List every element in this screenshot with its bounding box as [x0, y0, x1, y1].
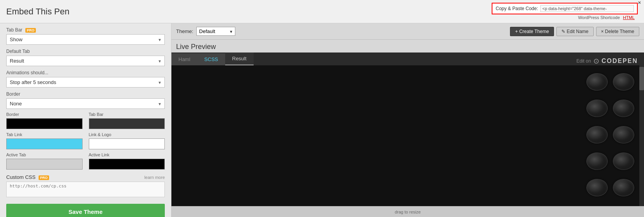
custom-css-input[interactable]	[6, 182, 165, 197]
orb-7	[586, 152, 608, 170]
tabbar-color-swatch[interactable]	[89, 118, 165, 129]
tabbar-color-label: Tab Bar	[89, 112, 165, 117]
orb-6	[613, 126, 634, 144]
copy-paste-input[interactable]	[540, 5, 634, 12]
tab-bar-select[interactable]: Show Hide	[6, 34, 165, 45]
border-label: Border	[6, 91, 165, 97]
orb-10	[613, 179, 634, 196]
preview-orbs	[579, 65, 644, 206]
theme-bar: Theme: Default ▼ + Create Theme ✎ Edit N…	[171, 23, 644, 40]
theme-select-group: Theme: Default ▼	[176, 27, 235, 36]
main-layout: Tab Bar PRO Show Hide ▼ Default Tab Resu…	[0, 23, 644, 217]
close-icon[interactable]: ×	[638, 0, 641, 5]
codepen-label: CODEPEN	[602, 58, 638, 65]
default-tab-select[interactable]: Result Haml SCSS	[6, 56, 165, 66]
edit-name-button[interactable]: ✎ Edit Name	[556, 27, 593, 36]
shortcode-links: WordPress Shortcode HTML	[575, 14, 638, 21]
theme-buttons: + Create Theme ✎ Edit Name × Delete Them…	[510, 27, 639, 36]
default-tab-label: Default Tab	[6, 49, 165, 54]
linklogo-color-label: Link & Logo	[89, 132, 165, 137]
copy-paste-container: Copy & Paste Code: × WordPress Shortcode…	[492, 3, 638, 21]
tab-haml[interactable]: Haml	[171, 53, 197, 65]
live-preview-label: Live Preview	[171, 40, 644, 52]
activelink-color-swatch[interactable]	[89, 159, 165, 170]
animations-select-wrapper: Stop after 5 seconds Never stop Stop aft…	[6, 77, 165, 88]
orb-1	[586, 73, 608, 91]
orb-9	[586, 179, 608, 196]
preview-scrollbar-thumb	[639, 67, 644, 90]
orb-2	[613, 73, 634, 91]
linklogo-color-swatch[interactable]	[89, 138, 165, 149]
delete-theme-button[interactable]: × Delete Theme	[596, 27, 640, 36]
orb-5	[586, 126, 608, 144]
create-theme-button[interactable]: + Create Theme	[510, 27, 554, 36]
custom-css-pro-badge: PRO	[39, 175, 49, 180]
border-color-swatch[interactable]	[6, 118, 83, 129]
tab-bar-select-wrapper: Show Hide ▼	[6, 34, 165, 45]
animations-select[interactable]: Stop after 5 seconds Never stop Stop aft…	[6, 77, 165, 88]
animations-label: Animations should...	[6, 70, 165, 75]
tab-scss[interactable]: SCSS	[197, 53, 225, 65]
copy-paste-box: Copy & Paste Code: ×	[492, 3, 638, 14]
border-select-wrapper: None Thin Thick ▼	[6, 98, 165, 109]
html-link[interactable]: HTML	[623, 15, 635, 20]
tab-result[interactable]: Result	[225, 52, 254, 65]
save-theme-button[interactable]: Save Theme	[6, 204, 165, 217]
copy-paste-label: Copy & Paste Code:	[496, 6, 538, 11]
default-tab-select-wrapper: Result Haml SCSS ▼	[6, 56, 165, 66]
activetab-color-swatch[interactable]	[6, 159, 83, 170]
tablink-color-col: Tab Link	[6, 132, 83, 149]
activelink-color-col: Active Link	[89, 152, 165, 170]
activetab-color-label: Active Tab	[6, 152, 83, 157]
drag-resize-bar[interactable]: drag to resize	[171, 206, 644, 217]
tabbar-color-col: Tab Bar	[89, 112, 165, 129]
border-color-label: Border	[6, 112, 83, 117]
learn-more-link[interactable]: learn more	[144, 175, 165, 180]
linklogo-color-col: Link & Logo	[89, 132, 165, 149]
orb-8	[613, 152, 634, 170]
tab-bar-pro-badge: PRO	[25, 28, 36, 33]
orb-3	[586, 100, 608, 117]
color-row-2: Tab Link Link & Logo	[6, 132, 165, 149]
theme-select[interactable]: Default	[196, 27, 235, 36]
theme-label: Theme:	[176, 28, 193, 34]
preview-scrollbar[interactable]	[639, 65, 644, 206]
color-row-1: Border Tab Bar	[6, 112, 165, 129]
tablink-color-swatch[interactable]	[6, 138, 83, 149]
border-select[interactable]: None Thin Thick	[6, 98, 165, 109]
wordpress-shortcode-link[interactable]: WordPress Shortcode	[578, 15, 620, 20]
codepen-logo-icon: ⊙	[593, 57, 599, 65]
edit-on-codepen: Edit on ⊙ CODEPEN	[570, 57, 644, 65]
tablink-color-label: Tab Link	[6, 132, 83, 137]
right-panel: Theme: Default ▼ + Create Theme ✎ Edit N…	[171, 23, 644, 217]
activelink-color-label: Active Link	[89, 152, 165, 157]
border-color-col: Border	[6, 112, 83, 129]
left-panel: Tab Bar PRO Show Hide ▼ Default Tab Resu…	[0, 23, 171, 217]
preview-content	[171, 65, 644, 206]
top-bar: Embed This Pen Copy & Paste Code: × Word…	[0, 0, 644, 23]
orb-4	[613, 100, 634, 117]
custom-css-row: Custom CSS PRO learn more	[6, 174, 165, 180]
tab-bar-label: Tab Bar PRO	[6, 27, 165, 33]
page-title: Embed This Pen	[6, 7, 69, 17]
custom-css-label: Custom CSS PRO	[6, 174, 49, 180]
activetab-color-col: Active Tab	[6, 152, 83, 170]
color-row-3: Active Tab Active Link	[6, 152, 165, 170]
preview-tabs: Haml SCSS Result Edit on ⊙ CODEPEN	[171, 52, 644, 65]
